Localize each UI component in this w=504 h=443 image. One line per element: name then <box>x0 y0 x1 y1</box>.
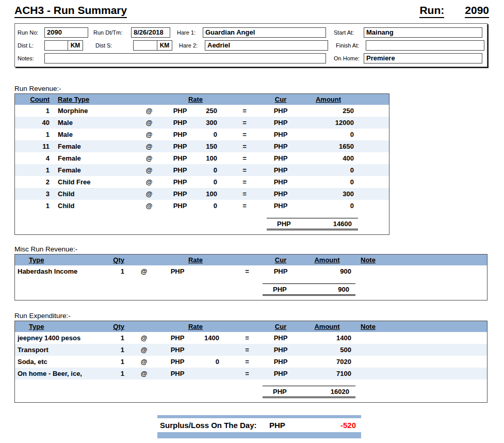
expenditure-total: PHP 16020 <box>263 386 355 398</box>
currency-cell: PHP <box>263 131 299 138</box>
start-at-input[interactable] <box>364 27 482 38</box>
revenue-row: 1 Morphine @ PHP 250 = PHP 250 <box>15 105 389 117</box>
col-header-rate-type: Rate Type <box>54 96 134 103</box>
count-cell: 1 <box>15 166 54 174</box>
misc-revenue-table: Type Qty Rate Cur Amount Note Haberdash … <box>14 254 487 300</box>
amount-cell: 1650 <box>299 143 358 150</box>
type-cell: Soda, etc <box>15 358 103 366</box>
summary-amount: -520 <box>340 421 356 430</box>
amount-cell: 0 <box>299 166 358 174</box>
currency-cell: PHP <box>263 334 299 342</box>
at-sign: @ <box>134 166 165 174</box>
col-header-rate: Rate <box>159 323 232 330</box>
misc-revenue-header-row: Type Qty Rate Cur Amount Note <box>15 255 487 265</box>
equals-sign: = <box>232 267 263 275</box>
equals-sign: = <box>232 370 263 377</box>
type-cell: Haberdash Income <box>15 267 103 275</box>
currency-cell: PHP <box>263 178 299 186</box>
col-header-rate: Rate <box>165 96 226 103</box>
rate-cell: 100 <box>196 190 226 198</box>
col-header-cur: Cur <box>263 323 299 330</box>
qty-cell: 1 <box>103 358 128 366</box>
revenue-row: 1 Child @ PHP 0 = PHP 0 <box>15 200 389 212</box>
run-dt-label: Run Dt/Tm: <box>93 29 131 36</box>
equals-sign: = <box>226 190 263 198</box>
amount-cell: 0 <box>299 131 358 138</box>
col-header-note: Note <box>355 256 397 264</box>
rate-type-cell: Male <box>54 131 134 138</box>
count-cell: 2 <box>15 178 54 186</box>
run-no-input[interactable] <box>44 27 88 38</box>
run-dt-input[interactable] <box>131 27 170 38</box>
amount-cell: 12000 <box>299 119 358 126</box>
dist-s-input[interactable] <box>134 41 157 50</box>
currency-cell: PHP <box>165 107 196 115</box>
at-sign: @ <box>128 346 159 354</box>
start-at-label: Start At: <box>334 29 364 36</box>
revenue-total: PHP 14600 <box>267 218 358 230</box>
expenditure-row: On home - Beer, ice, 1 @ PHP = PHP 7100 <box>15 368 487 379</box>
rate-cell: 0 <box>196 202 226 210</box>
currency-cell: PHP <box>159 334 196 342</box>
currency-cell: PHP <box>159 358 196 366</box>
at-sign: @ <box>134 190 165 198</box>
at-sign: @ <box>134 178 165 186</box>
summary-line: Surplus/Loss On The Day: PHP -520 <box>157 418 361 432</box>
currency-cell: PHP <box>263 358 299 366</box>
hare1-input[interactable] <box>203 27 326 38</box>
rate-cell: 0 <box>196 358 232 366</box>
qty-cell: 1 <box>103 267 128 275</box>
rate-cell: 0 <box>196 178 226 186</box>
page-title: ACH3 - Run Summary <box>14 4 127 18</box>
col-header-cur: Cur <box>263 256 299 264</box>
dist-l-input[interactable] <box>45 41 68 50</box>
currency-cell: PHP <box>263 190 299 198</box>
at-sign: @ <box>128 334 159 342</box>
total-amount: 14600 <box>333 220 352 228</box>
amount-cell: 7100 <box>299 370 355 377</box>
equals-sign: = <box>226 202 263 210</box>
notes-label: Notes: <box>18 55 44 61</box>
revenue-row: 1 Female @ PHP 0 = PHP 0 <box>15 164 389 176</box>
revenue-row: 4 Female @ PHP 100 = PHP 400 <box>15 152 389 164</box>
rate-cell: 100 <box>196 154 226 162</box>
expenditure-table: Type Qty Rate Cur Amount Note jeepney 14… <box>14 321 487 403</box>
rate-type-cell: Morphine <box>54 107 134 115</box>
notes-input[interactable] <box>44 53 326 64</box>
col-header-qty: Qty <box>103 256 128 264</box>
total-amount: 900 <box>338 286 349 293</box>
hare1-label: Hare 1: <box>177 29 203 36</box>
currency-cell: PHP <box>159 370 196 377</box>
col-header-type: Type <box>15 323 103 330</box>
at-sign: @ <box>134 119 165 126</box>
dist-s-label: Dist S: <box>95 42 133 49</box>
total-amount: 16020 <box>331 388 349 395</box>
col-header-amount: Amount <box>299 323 355 330</box>
equals-sign: = <box>226 143 263 150</box>
count-cell: 1 <box>15 107 54 115</box>
type-cell: jeepney 1400 pesos <box>15 334 103 342</box>
revenue-header-row: Count Rate Type Rate Cur Amount <box>15 94 389 105</box>
rate-type-cell: Child Free <box>54 178 134 186</box>
rate-cell: 250 <box>196 107 226 115</box>
equals-sign: = <box>226 119 263 126</box>
currency-cell: PHP <box>263 267 299 275</box>
col-header-type: Type <box>15 256 103 264</box>
rate-type-cell: Female <box>54 143 134 150</box>
hare2-input[interactable] <box>205 40 328 51</box>
revenue-row: 3 Child @ PHP 100 = PHP 300 <box>15 188 389 200</box>
currency-cell: PHP <box>263 346 299 354</box>
currency-cell: PHP <box>263 154 299 162</box>
on-home-input[interactable] <box>364 53 482 64</box>
run-number: 2090 <box>465 4 489 18</box>
equals-sign: = <box>232 358 263 366</box>
expenditure-rows: jeepney 1400 pesos 1 @ PHP 1400 = PHP 14… <box>15 332 487 379</box>
run-details-panel: Run No: Run Dt/Tm: Hare 1: Start At: Dis… <box>14 23 487 67</box>
summary-bottom-bar <box>157 432 361 438</box>
col-header-amount: Amount <box>299 256 355 264</box>
revenue-rows: 1 Morphine @ PHP 250 = PHP 250 40 Male @… <box>15 105 389 212</box>
col-header-qty: Qty <box>103 323 128 330</box>
total-currency: PHP <box>273 388 287 395</box>
revenue-table: Count Rate Type Rate Cur Amount 1 Morphi… <box>14 93 389 235</box>
finish-at-input[interactable] <box>366 40 484 51</box>
